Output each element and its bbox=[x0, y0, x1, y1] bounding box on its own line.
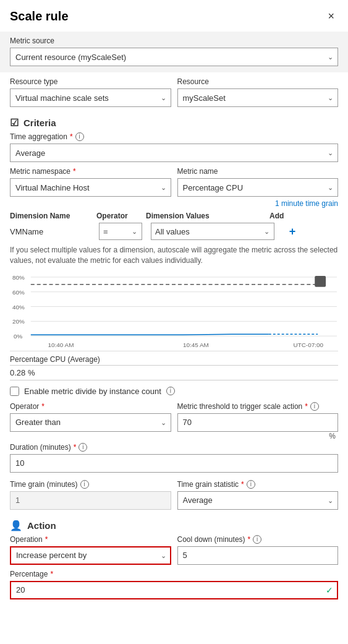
operation-wrapper: Increase percent by ⌄ bbox=[10, 546, 171, 565]
metric-source-label: Metric source bbox=[10, 36, 338, 45]
metric-namespace-field: Metric namespace * Virtual Machine Host … bbox=[10, 167, 171, 197]
svg-text:10:40 AM: 10:40 AM bbox=[48, 341, 74, 348]
operator-field: Operator * Greater than ⌄ bbox=[10, 402, 171, 432]
dim-vmname: VMName bbox=[10, 227, 96, 236]
svg-text:UTC-07:00: UTC-07:00 bbox=[294, 341, 324, 348]
resource-row: Resource type Virtual machine scale sets… bbox=[0, 77, 348, 112]
time-grain-label: Time grain (minutes) i bbox=[10, 480, 171, 489]
enable-metric-divide-label: Enable metric divide by instance count bbox=[24, 387, 161, 396]
dim-name-header: Dimension Name bbox=[10, 212, 96, 220]
dim-operator-header: Operator bbox=[96, 212, 146, 220]
time-aggregation-select[interactable]: Average bbox=[10, 144, 338, 162]
resource-type-label: Resource type bbox=[10, 77, 171, 86]
metric-name-field: Metric name Percentage CPU ⌄ bbox=[177, 167, 339, 197]
svg-text:0%: 0% bbox=[14, 333, 23, 340]
metric-threshold-field: Metric threshold to trigger scale action… bbox=[177, 402, 339, 432]
metric-namespace-wrapper: Virtual Machine Host ⌄ bbox=[10, 178, 171, 197]
dimension-headers: Dimension Name Operator Dimension Values… bbox=[10, 209, 338, 223]
resource-wrapper: myScaleSet ⌄ bbox=[177, 88, 339, 107]
duration-label: Duration (minutes) * i bbox=[10, 443, 338, 452]
dim-values-wrapper: All values ⌄ bbox=[151, 223, 274, 240]
metric-name-wrapper: Percentage CPU ⌄ bbox=[177, 178, 339, 197]
resource-type-wrapper: Virtual machine scale sets ⌄ bbox=[10, 88, 171, 107]
svg-text:40%: 40% bbox=[12, 303, 25, 310]
percentage-input[interactable] bbox=[10, 581, 338, 599]
resource-select[interactable]: myScaleSet bbox=[177, 88, 339, 107]
cool-down-input[interactable] bbox=[177, 546, 339, 565]
enable-metric-divide-row: Enable metric divide by instance count i bbox=[0, 383, 348, 400]
panel-title: Scale rule bbox=[10, 9, 69, 24]
operator-select[interactable]: Greater than bbox=[10, 413, 171, 432]
metric-chart: 80% 60% 40% 20% 0% 10:40 AM 10:45 AM UTC… bbox=[10, 271, 338, 351]
scale-rule-panel: Scale rule × Metric source Current resou… bbox=[0, 0, 348, 604]
svg-text:80%: 80% bbox=[12, 273, 25, 280]
operation-label: Operation * bbox=[10, 535, 171, 544]
add-dimension-button[interactable]: + bbox=[277, 225, 308, 238]
operation-cooldown-row: Operation * Increase percent by ⌄ Cool d… bbox=[0, 535, 348, 570]
duration-info-icon[interactable]: i bbox=[79, 443, 87, 452]
resource-type-field: Resource type Virtual machine scale sets… bbox=[10, 77, 171, 107]
chart-svg: 80% 60% 40% 20% 0% 10:40 AM 10:45 AM UTC… bbox=[10, 271, 338, 351]
time-aggregation-required: * bbox=[70, 132, 73, 141]
time-grain-info-icon[interactable]: i bbox=[80, 480, 89, 489]
time-aggregation-label: Time aggregation * i bbox=[10, 132, 338, 141]
dim-add-header: Add bbox=[269, 212, 300, 220]
time-aggregation-wrapper: Average ⌄ bbox=[10, 144, 338, 162]
time-grain-statistic-field: Time grain statistic * i Average ⌄ bbox=[177, 480, 339, 510]
action-section-header: 👤 Action bbox=[0, 515, 348, 535]
metric-source-section: Metric source Current resource (myScaleS… bbox=[0, 32, 348, 72]
time-grain-statistic-select[interactable]: Average bbox=[177, 491, 339, 510]
operator-wrapper: Greater than ⌄ bbox=[10, 413, 171, 432]
operator-label: Operator * bbox=[10, 402, 171, 411]
time-grain-input bbox=[10, 491, 171, 510]
metric-current-label: Percentage CPU (Average) bbox=[10, 355, 338, 364]
metric-row: Metric namespace * Virtual Machine Host … bbox=[0, 167, 348, 197]
time-aggregation-section: Time aggregation * i Average ⌄ bbox=[0, 132, 348, 167]
threshold-percent-suffix: % bbox=[0, 432, 348, 440]
time-aggregation-info-icon[interactable]: i bbox=[75, 132, 84, 141]
svg-text:10:45 AM: 10:45 AM bbox=[183, 341, 209, 348]
percentage-input-wrapper: ✓ bbox=[10, 581, 338, 599]
percentage-section: Percentage * ✓ bbox=[0, 570, 348, 604]
metric-namespace-label: Metric namespace * bbox=[10, 167, 171, 176]
dim-operator-wrapper: = ⌄ bbox=[99, 223, 142, 240]
svg-text:60%: 60% bbox=[12, 288, 25, 295]
panel-header: Scale rule × bbox=[0, 0, 348, 32]
time-grain-statistic-info-icon[interactable]: i bbox=[247, 480, 255, 489]
resource-field: Resource myScaleSet ⌄ bbox=[177, 77, 339, 107]
operation-select[interactable]: Increase percent by bbox=[10, 546, 171, 565]
cool-down-info-icon[interactable]: i bbox=[253, 535, 261, 544]
resource-type-select[interactable]: Virtual machine scale sets bbox=[10, 88, 171, 107]
cool-down-field: Cool down (minutes) * i bbox=[177, 535, 339, 565]
metric-threshold-input[interactable] bbox=[177, 413, 339, 432]
action-icon: 👤 bbox=[10, 520, 22, 531]
time-grain-row: Time grain (minutes) i Time grain statis… bbox=[0, 478, 348, 515]
resource-label: Resource bbox=[177, 77, 339, 86]
metric-threshold-info-icon[interactable]: i bbox=[310, 402, 319, 411]
duration-section: Duration (minutes) * i bbox=[0, 440, 348, 478]
criteria-label: Criteria bbox=[23, 118, 56, 128]
svg-rect-12 bbox=[315, 276, 326, 287]
dim-values-select[interactable]: All values bbox=[151, 223, 274, 240]
duration-input[interactable] bbox=[10, 454, 338, 473]
criteria-section-header: ☑ Criteria bbox=[0, 112, 348, 132]
metric-current-value: 0.28 % bbox=[10, 367, 338, 379]
dimension-info-text: If you select multiple values for a dime… bbox=[0, 240, 348, 271]
operator-threshold-row: Operator * Greater than ⌄ Metric thresho… bbox=[0, 400, 348, 432]
close-button[interactable]: × bbox=[324, 9, 338, 24]
metric-threshold-label: Metric threshold to trigger scale action… bbox=[177, 402, 339, 411]
metric-name-label: Metric name bbox=[177, 167, 339, 176]
criteria-icon: ☑ bbox=[10, 117, 19, 129]
time-grain-field: Time grain (minutes) i bbox=[10, 480, 171, 510]
metric-namespace-select[interactable]: Virtual Machine Host bbox=[10, 178, 171, 197]
metric-source-select[interactable]: Current resource (myScaleSet) bbox=[10, 48, 338, 66]
dim-operator-select[interactable]: = bbox=[99, 223, 142, 240]
dim-values-header: Dimension Values bbox=[146, 212, 269, 220]
svg-text:20%: 20% bbox=[12, 318, 25, 325]
percentage-label: Percentage * bbox=[10, 570, 338, 578]
metric-name-select[interactable]: Percentage CPU bbox=[177, 178, 339, 197]
dimension-row: VMName = ⌄ All values ⌄ + bbox=[10, 223, 338, 240]
metric-current-section: Percentage CPU (Average) 0.28 % bbox=[0, 354, 348, 383]
enable-metric-divide-info-icon[interactable]: i bbox=[166, 387, 175, 395]
enable-metric-divide-checkbox[interactable] bbox=[10, 387, 19, 396]
